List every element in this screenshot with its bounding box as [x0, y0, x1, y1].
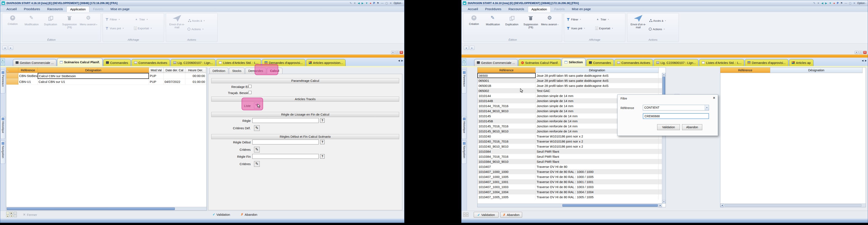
- cell-designation[interactable]: Seuil PMR filant: [536, 159, 659, 164]
- selector-column-header[interactable]: [6, 67, 18, 73]
- cell-reference[interactable]: 1010144: [477, 93, 536, 98]
- down-icon[interactable]: ▼: [366, 2, 368, 5]
- column-header-reference[interactable]: Référence: [720, 67, 770, 73]
- dock-pin-icon[interactable]: ▪: [1, 62, 5, 65]
- cell-modval[interactable]: PUP: [149, 73, 164, 79]
- ribbon-tab[interactable]: Application: [528, 6, 550, 12]
- criteres-debut-button[interactable]: [254, 147, 260, 152]
- flag-icon[interactable]: ⚑: [377, 2, 379, 5]
- scroll-right-icon[interactable]: ▶: [659, 204, 662, 207]
- table-row[interactable]: 1010384 Seuil PMR filant: [477, 149, 662, 154]
- regle-input[interactable]: [252, 118, 319, 123]
- cell-reference[interactable]: 1010144B: [477, 98, 536, 103]
- dock-tab[interactable]: Navigation: [0, 141, 5, 164]
- regle-fin-input[interactable]: [252, 154, 319, 159]
- ribbon-tab[interactable]: Procédures: [21, 6, 43, 12]
- cell-designation[interactable]: Traverse OV HI de 80 RAL : 1004 / 1004: [536, 189, 659, 194]
- acces-a-button[interactable]: Accès à▾: [649, 18, 666, 23]
- acces-a-button[interactable]: Accès à▾: [187, 18, 205, 23]
- nav-back-button[interactable]: ◂: [2, 46, 7, 50]
- table-row[interactable]: 1010407_1004_1004 Traverse OV HI de 80 R…: [477, 189, 662, 194]
- cell-designation[interactable]: Traverse OV HI de 80 RAL : 1003 / 1003: [536, 184, 659, 189]
- nav-back-button[interactable]: ◂: [464, 46, 469, 50]
- cell-reference[interactable]: 06500: [477, 73, 536, 78]
- nav-forward-button[interactable]: ▸: [469, 46, 474, 50]
- table-row[interactable]: 1010407_1000_1005 Traverse OV HI de 80 R…: [477, 174, 662, 179]
- scrollbar-thumb[interactable]: [724, 204, 862, 207]
- regle-debut-input[interactable]: [252, 140, 319, 144]
- tab-scroll-arrows[interactable]: ◀ ▶: [398, 59, 404, 62]
- cell-designation[interactable]: Traverse OV HI de 80 RAL : 1000 / 1005: [536, 174, 659, 179]
- cell-reference[interactable]: 1010407_1000_1000: [477, 169, 536, 174]
- table-row[interactable]: 065002 Test GAC: [477, 88, 662, 93]
- scrollbar-thumb[interactable]: [7, 207, 175, 210]
- cell-reference[interactable]: 1010384_7016_7016: [477, 154, 536, 159]
- child-close-icon[interactable]: ✕: [400, 51, 403, 54]
- abandon-button[interactable]: ✗ Abandon: [500, 212, 522, 218]
- minimize-icon[interactable]: —: [845, 2, 847, 5]
- modification-button[interactable]: Modification: [22, 16, 41, 26]
- scroll-up-icon[interactable]: ▲: [662, 73, 665, 76]
- cell-designation[interactable]: Calcul CBN sur U1: [38, 79, 149, 85]
- cell-reference[interactable]: 1010240_9010_9010: [477, 144, 536, 149]
- table-row[interactable]: 065001B Joue 28 profil talon 95 sans pat…: [477, 83, 662, 88]
- cell-heure[interactable]: 01:00:00: [185, 79, 206, 85]
- p-icon[interactable]: P: [837, 2, 838, 5]
- table-row[interactable]: 1010384_9010_9010 Seuil PMR filant: [477, 159, 662, 164]
- table-row[interactable]: CBN-U1 Calcul CBN sur U1 PUP 04/07/2022 …: [6, 79, 207, 85]
- document-tab[interactable]: Lig. C220600107 : Lign...: [654, 59, 699, 66]
- menu-avance-button[interactable]: Menu avancé▾: [540, 16, 559, 26]
- column-header-datecal[interactable]: Date der. Cal: [164, 67, 185, 73]
- trier-button[interactable]: Trier▾: [135, 17, 148, 22]
- document-tab[interactable]: Commandes Actives: [131, 59, 170, 66]
- regle-help-button[interactable]: ?: [320, 118, 324, 123]
- clear-icon[interactable]: ✕: [354, 2, 356, 5]
- ribbon-tab[interactable]: Application: [67, 6, 89, 12]
- ribbon-tab[interactable]: Mise en page: [107, 6, 133, 12]
- vertical-scrollbar[interactable]: ▲ ▼: [662, 73, 665, 203]
- column-header-reference[interactable]: Référence: [18, 67, 38, 73]
- edit-icon[interactable]: ✎: [813, 2, 815, 5]
- creation-button[interactable]: Création: [465, 16, 483, 26]
- table-row[interactable]: CBN-StoBesoin Calcul CBN sur StoBesoin P…: [6, 73, 207, 79]
- tab-scroll-arrows[interactable]: ◀ ▶: [862, 59, 867, 62]
- column-header-designation[interactable]: Désignation: [38, 67, 149, 73]
- cell-reference[interactable]: 065001B: [477, 83, 536, 88]
- ribbon-tab[interactable]: Accueil: [464, 6, 481, 12]
- table-row[interactable]: 1010407 Traverse OV HI de 80: [477, 164, 662, 169]
- ribbon-tab[interactable]: Favoris: [90, 6, 107, 12]
- document-tab[interactable]: Scénarios Calcul Planif.: [57, 58, 102, 66]
- duplication-button[interactable]: Duplication: [502, 16, 521, 26]
- cell-reference[interactable]: CBN-U1: [18, 79, 38, 85]
- cell-designation[interactable]: Traverse OV HI de 80: [536, 164, 659, 169]
- table-row[interactable]: 1010407_1005_1005 Traverse OV HI de 80 R…: [477, 194, 662, 199]
- regle-fin-help-button[interactable]: ?: [320, 154, 324, 159]
- cell-designation[interactable]: Joue 28 profil talon 95 sans patte dodéc…: [536, 78, 659, 83]
- options-menu[interactable]: Option▾: [857, 2, 866, 5]
- table-row[interactable]: 1010240_7016_7016 Traverse W1010186 join…: [477, 139, 662, 144]
- cell-reference[interactable]: CBN-StoBesoin: [18, 73, 38, 79]
- recalage-checkbox[interactable]: [248, 85, 251, 88]
- record-icon[interactable]: ●: [370, 2, 371, 5]
- dock-left-icon[interactable]: ▸: [462, 58, 466, 62]
- minimize-icon[interactable]: —: [381, 2, 383, 5]
- table-row[interactable]: 1010384_7016_7016 Seuil PMR filant: [477, 154, 662, 159]
- flag-icon[interactable]: ⚑: [840, 2, 843, 5]
- column-header-heure[interactable]: Heure Der.: [185, 67, 206, 73]
- criteres-def-button[interactable]: [254, 125, 260, 131]
- modification-button[interactable]: Modification: [484, 16, 502, 26]
- forward-icon[interactable]: ▶: [825, 2, 827, 5]
- cell-reference[interactable]: 1010144_7016_7016: [477, 103, 536, 108]
- document-tab[interactable]: Sélection: [562, 58, 586, 66]
- validation-button[interactable]: ✓ Validation: [474, 212, 499, 218]
- filter-value-input[interactable]: [643, 113, 709, 119]
- cell-reference[interactable]: 1010240_7016_7016: [477, 139, 536, 144]
- envoi-email-button[interactable]: Envoi d'un e-mail: [629, 15, 648, 29]
- column-header-designation[interactable]: Désignation: [770, 67, 863, 73]
- horizontal-scrollbar[interactable]: ◀: [720, 203, 866, 207]
- record-nav-buttons[interactable]: [463, 213, 469, 217]
- cell-modval[interactable]: PUP: [149, 79, 164, 85]
- document-tab[interactable]: Commandes: [103, 59, 131, 66]
- form-tab[interactable]: Stocks: [229, 68, 245, 74]
- document-tab[interactable]: Lig. C220600107 : Lign...: [170, 59, 216, 66]
